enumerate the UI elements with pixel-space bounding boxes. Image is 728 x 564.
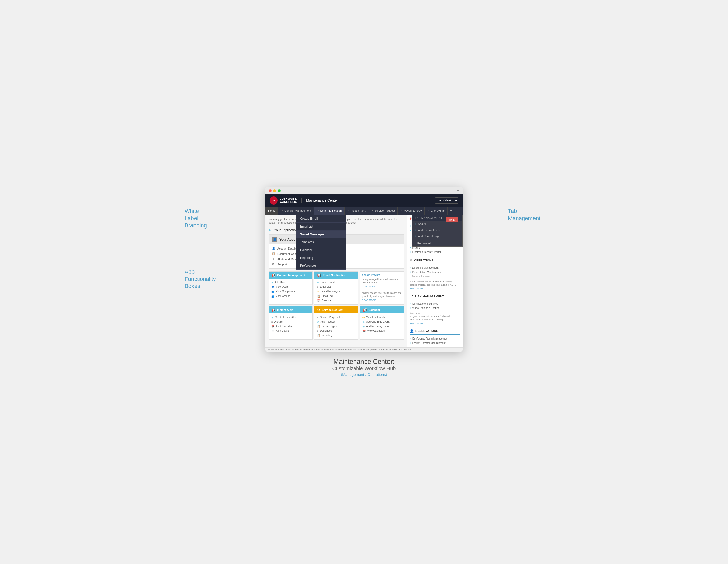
document-center-icon: 📋 bbox=[272, 252, 275, 255]
app-box-email-notification: 📢 Email Notification ⊕ Create Email ≡ Em… bbox=[314, 271, 358, 305]
create-email-link[interactable]: ⊕ Create Email bbox=[317, 280, 356, 285]
service-types-link[interactable]: 📋 Service Types bbox=[317, 324, 356, 329]
tab-instant-alert[interactable]: ✕ Instant Alert bbox=[345, 206, 368, 215]
caption-area: Maintenance Center: Customizable Workflo… bbox=[225, 358, 503, 377]
design-preview-read-more[interactable]: READ MORE bbox=[362, 285, 402, 288]
tab-service-request[interactable]: ✕ Service Request bbox=[368, 206, 398, 215]
service-reporting-link[interactable]: 📋 Reporting bbox=[317, 333, 356, 338]
alert-calendar-link[interactable]: 📅 Alert Calendar bbox=[271, 324, 310, 329]
header-divider: | bbox=[301, 198, 302, 203]
tab-management-header: TAB MANAGEMENT Help bbox=[412, 215, 462, 221]
saved-msg-icon: ✉ bbox=[317, 290, 319, 293]
tab-contact-management[interactable]: ✕ Contact Management bbox=[278, 206, 314, 215]
account-avatar: 👤 bbox=[272, 236, 277, 242]
comm-et-portal[interactable]: +Electronic Tenant® Portal bbox=[410, 250, 460, 254]
create-instant-alert-link[interactable]: ⊕ Create Instant Alert bbox=[271, 315, 310, 320]
service-request-list-link[interactable]: ≡ Service Request List bbox=[317, 315, 356, 320]
minimize-button[interactable] bbox=[273, 189, 276, 192]
tab-mgmt-add-current-page[interactable]: + Add Current Page bbox=[412, 233, 462, 239]
designees-icon: ≡ bbox=[317, 330, 319, 333]
support-icon: ⚙ bbox=[272, 263, 275, 266]
service-request-icon: ⚙ bbox=[317, 308, 320, 312]
view-groups-link[interactable]: 👥 View Groups bbox=[271, 294, 310, 298]
logo-text: CUSHMAN & WAKEFIELD. bbox=[280, 197, 297, 204]
user-select[interactable]: Ian O'Neill bbox=[435, 197, 458, 203]
res-freight-elevator[interactable]: +Freight Elevator Management bbox=[410, 341, 460, 345]
ops-service-request[interactable]: -Service Request bbox=[410, 274, 460, 278]
alert-cal-icon: 📅 bbox=[271, 325, 274, 328]
add-recurring-event-link[interactable]: ⊕ Add Recurring Event bbox=[362, 324, 401, 329]
service-types-icon: 📋 bbox=[317, 325, 320, 328]
tab-management-label: Tab Management bbox=[508, 207, 543, 222]
tab-add[interactable]: + bbox=[448, 206, 455, 215]
saved-messages-link[interactable]: ✉ Saved Messages bbox=[317, 289, 356, 294]
app-boxes-grid: 📢 Contact Management ⊕ Add User 👤 View U… bbox=[269, 271, 404, 340]
dropdown-create-email[interactable]: Create Email bbox=[296, 215, 346, 223]
ops-preventative-maintenance[interactable]: +Preventative Maintenance bbox=[410, 270, 460, 274]
view-users-link[interactable]: 👤 View Users bbox=[271, 285, 310, 289]
alert-list-icon: ≡ bbox=[271, 321, 273, 323]
risk-certificate[interactable]: +Certificate of Insurance bbox=[410, 302, 460, 306]
add-user-link[interactable]: ⊕ Add User bbox=[271, 280, 310, 285]
instant-alert-icon: 📢 bbox=[271, 308, 276, 312]
tab-email-notification[interactable]: ✕ Email Notification bbox=[314, 206, 345, 215]
res-conference-room[interactable]: +Conference Room Management bbox=[410, 337, 460, 341]
app-functionality-label: App Functionality Boxes bbox=[185, 268, 220, 290]
operations-header: ✳ OPERATIONS bbox=[410, 258, 460, 262]
alerts-icon: ➡ bbox=[272, 257, 275, 260]
alert-details-icon: 📋 bbox=[271, 330, 274, 333]
logo: CW CUSHMAN & WAKEFIELD. bbox=[270, 196, 297, 204]
dropdown-reporting[interactable]: Reporting bbox=[296, 254, 346, 262]
tab-mgmt-add-all[interactable]: + Add All bbox=[412, 221, 444, 227]
add-request-link[interactable]: ⊕ Add Request bbox=[317, 320, 356, 324]
dropdown-saved-messages[interactable]: Saved Messages bbox=[296, 230, 346, 238]
email-list-link[interactable]: ≡ Email List bbox=[317, 285, 356, 289]
alert-details-link[interactable]: 📋 Alert Details bbox=[271, 329, 310, 333]
view-companies-link[interactable]: 👥 View Companies bbox=[271, 289, 310, 294]
view-calendars-link[interactable]: 📅 View Calendars bbox=[362, 329, 401, 333]
risk-mgmt-icon: 🛡 bbox=[410, 294, 413, 298]
tab-mgmt-add-external-link[interactable]: + Add External Link bbox=[412, 227, 462, 233]
dropdown-preferences[interactable]: Preferences bbox=[296, 262, 346, 270]
tab-mgmt-remove-all[interactable]: - Remove All bbox=[412, 240, 462, 246]
operations-icon: ✳ bbox=[410, 258, 412, 262]
risk-management-header: 🛡 RISK MANAGEMENT bbox=[410, 294, 460, 298]
reservations-section: 👤 RESERVATIONS +Conference Room Manageme… bbox=[407, 327, 463, 347]
tab-energystar[interactable]: ✕ EnergyStar bbox=[425, 206, 448, 215]
risk-read-more[interactable]: READ MORE bbox=[410, 322, 460, 325]
email-notification-dropdown: Create Email Email List Saved Messages T… bbox=[296, 215, 346, 270]
calendar-box-icon: 📢 bbox=[362, 308, 367, 312]
title-bar: + bbox=[265, 187, 463, 194]
design-preview-title: design Preview bbox=[362, 273, 402, 276]
email-log-link[interactable]: 📋 Email Log bbox=[317, 294, 356, 298]
view-edit-events-link[interactable]: ✏ View/Edit Events bbox=[362, 315, 401, 320]
status-bar: Open "http://test1.tenanthandbooks.com/m… bbox=[265, 347, 463, 352]
calendar-link[interactable]: 📅 Calendar bbox=[317, 298, 356, 303]
app-box-contact-header: 📢 Contact Management bbox=[269, 271, 312, 278]
caption-sub2: (Management / Operations) bbox=[225, 372, 503, 377]
reservations-icon: 👤 bbox=[410, 329, 414, 333]
alert-list-link[interactable]: ≡ Alert list bbox=[271, 320, 310, 324]
new-tab-button[interactable]: + bbox=[457, 188, 459, 193]
add-one-time-event-link[interactable]: ⊕ Add One Time Event bbox=[362, 320, 401, 324]
ops-designee-management[interactable]: +Designee Management bbox=[410, 266, 460, 270]
app-box-email-header: 📢 Email Notification bbox=[314, 271, 358, 278]
close-button[interactable] bbox=[269, 189, 272, 192]
design-preview-box: design Preview or any enlarged look ant®… bbox=[360, 271, 404, 305]
white-label-branding-label: White Label Branding bbox=[185, 207, 220, 229]
risk-management-border bbox=[410, 300, 460, 300]
add-one-time-icon: ⊕ bbox=[362, 321, 365, 323]
dropdown-calendar[interactable]: Calendar bbox=[296, 246, 346, 254]
help-button[interactable]: Help bbox=[446, 217, 458, 222]
maximize-button[interactable] bbox=[278, 189, 281, 192]
tab-mach-energy[interactable]: ✕ MACH Energy bbox=[398, 206, 424, 215]
ops-read-more[interactable]: READ MORE bbox=[410, 288, 460, 290]
news-read-more-1[interactable]: READ MORE bbox=[362, 299, 402, 301]
designees-link[interactable]: ≡ Designees bbox=[317, 329, 356, 333]
dropdown-templates[interactable]: Templates bbox=[296, 238, 346, 246]
app-box-calendar-header: 📢 Calendar bbox=[360, 307, 404, 314]
app-header: CW CUSHMAN & WAKEFIELD. | Maintenance Ce… bbox=[265, 194, 463, 206]
dropdown-email-list[interactable]: Email List bbox=[296, 223, 346, 230]
tab-home[interactable]: Home bbox=[265, 206, 278, 215]
risk-video-training[interactable]: +Video Training & Testing bbox=[410, 306, 460, 310]
